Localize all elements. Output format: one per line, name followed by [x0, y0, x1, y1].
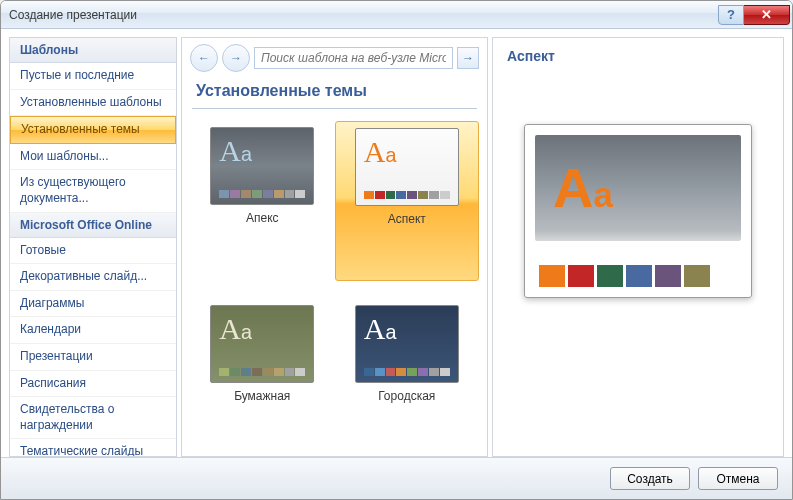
preview-title: Аспект	[507, 48, 769, 64]
main-heading: Установленные темы	[182, 78, 487, 108]
color-swatch	[386, 191, 396, 199]
preview-swatches	[535, 265, 741, 287]
color-swatch	[241, 190, 251, 198]
color-swatch	[418, 191, 428, 199]
content-area: Шаблоны Пустые и последниеУстановленные …	[9, 37, 784, 457]
color-swatch	[684, 265, 710, 287]
arrow-right-icon: →	[230, 51, 242, 65]
sidebar-item[interactable]: Пустые и последние	[10, 63, 176, 90]
theme-thumbnail: Aa	[210, 305, 314, 383]
titlebar: Создание презентации ? ✕	[1, 1, 792, 29]
sidebar-item[interactable]: Свидетельства о награждении	[10, 397, 176, 439]
search-input[interactable]	[254, 47, 453, 69]
dialog-window: Создание презентации ? ✕ Шаблоны Пустые …	[0, 0, 793, 500]
divider	[192, 108, 477, 109]
color-swatch	[263, 368, 273, 376]
theme-item[interactable]: AaАпекс	[190, 121, 335, 281]
theme-font-sample: Aa	[553, 160, 613, 216]
color-swatch	[418, 368, 428, 376]
color-swatch	[597, 265, 623, 287]
theme-label: Бумажная	[234, 389, 290, 403]
sidebar-item[interactable]: Календари	[10, 317, 176, 344]
sidebar-item[interactable]: Расписания	[10, 371, 176, 398]
color-swatch	[626, 265, 652, 287]
sidebar-item[interactable]: Презентации	[10, 344, 176, 371]
swatch-row	[364, 368, 450, 376]
color-swatch	[429, 191, 439, 199]
nav-forward-button[interactable]: →	[222, 44, 250, 72]
theme-item[interactable]: AaБумажная	[190, 299, 335, 457]
color-swatch	[295, 190, 305, 198]
titlebar-controls: ? ✕	[718, 5, 790, 25]
swatch-row	[219, 368, 305, 376]
color-swatch	[285, 368, 295, 376]
color-swatch	[375, 368, 385, 376]
preview-thumbnail: Aa	[524, 124, 752, 298]
sidebar-item[interactable]: Декоративные слайд...	[10, 264, 176, 291]
color-swatch	[252, 368, 262, 376]
sidebar-item[interactable]: Диаграммы	[10, 291, 176, 318]
color-swatch	[241, 368, 251, 376]
theme-font-sample: Aa	[219, 136, 305, 166]
nav-back-button[interactable]: ←	[190, 44, 218, 72]
theme-thumbnail: Aa	[210, 127, 314, 205]
search-go-button[interactable]: →	[457, 47, 479, 69]
color-swatch	[655, 265, 681, 287]
close-button[interactable]: ✕	[744, 5, 790, 25]
preview-slide: Aa	[535, 135, 741, 241]
color-swatch	[407, 368, 417, 376]
theme-thumbnail: Aa	[355, 128, 459, 206]
color-swatch	[219, 368, 229, 376]
color-swatch	[364, 191, 374, 199]
color-swatch	[274, 190, 284, 198]
color-swatch	[219, 190, 229, 198]
color-swatch	[568, 265, 594, 287]
color-swatch	[230, 368, 240, 376]
sidebar: Шаблоны Пустые и последниеУстановленные …	[9, 37, 177, 457]
theme-font-sample: Aa	[364, 314, 450, 344]
color-swatch	[396, 368, 406, 376]
main-panel: ← → → Установленные темы AaАпексAaАспект…	[181, 37, 488, 457]
color-swatch	[285, 190, 295, 198]
sidebar-item[interactable]: Тематические слайды	[10, 439, 176, 457]
create-button[interactable]: Создать	[610, 467, 690, 490]
color-swatch	[396, 191, 406, 199]
color-swatch	[386, 368, 396, 376]
theme-item[interactable]: AaГородская	[335, 299, 480, 457]
color-swatch	[539, 265, 565, 287]
arrow-right-icon: →	[462, 51, 474, 65]
nav-bar: ← → →	[182, 38, 487, 78]
color-swatch	[230, 190, 240, 198]
theme-label: Городская	[378, 389, 435, 403]
swatch-row	[219, 190, 305, 198]
preview-panel: Аспект Aa	[492, 37, 784, 457]
color-swatch	[429, 368, 439, 376]
sidebar-item[interactable]: Установленные темы	[10, 116, 176, 144]
sidebar-item[interactable]: Установленные шаблоны	[10, 90, 176, 117]
theme-font-sample: Aa	[364, 137, 450, 167]
color-swatch	[407, 191, 417, 199]
color-swatch	[274, 368, 284, 376]
color-swatch	[440, 368, 450, 376]
swatch-row	[364, 191, 450, 199]
color-swatch	[295, 368, 305, 376]
sidebar-header-office-online: Microsoft Office Online	[10, 213, 176, 238]
color-swatch	[375, 191, 385, 199]
color-swatch	[364, 368, 374, 376]
window-title: Создание презентации	[9, 8, 137, 22]
color-swatch	[263, 190, 273, 198]
theme-font-sample: Aa	[219, 314, 305, 344]
themes-grid: AaАпексAaАспектAaБумажнаяAaГородская	[182, 121, 487, 456]
help-button[interactable]: ?	[718, 5, 744, 25]
sidebar-item[interactable]: Мои шаблоны...	[10, 144, 176, 171]
cancel-button[interactable]: Отмена	[698, 467, 778, 490]
footer: Создать Отмена	[1, 457, 792, 499]
color-swatch	[252, 190, 262, 198]
theme-item[interactable]: AaАспект	[335, 121, 480, 281]
sidebar-item[interactable]: Из существующего документа...	[10, 170, 176, 212]
color-swatch	[440, 191, 450, 199]
theme-label: Аспект	[388, 212, 426, 226]
sidebar-item[interactable]: Готовые	[10, 238, 176, 265]
theme-thumbnail: Aa	[355, 305, 459, 383]
theme-label: Апекс	[246, 211, 279, 225]
